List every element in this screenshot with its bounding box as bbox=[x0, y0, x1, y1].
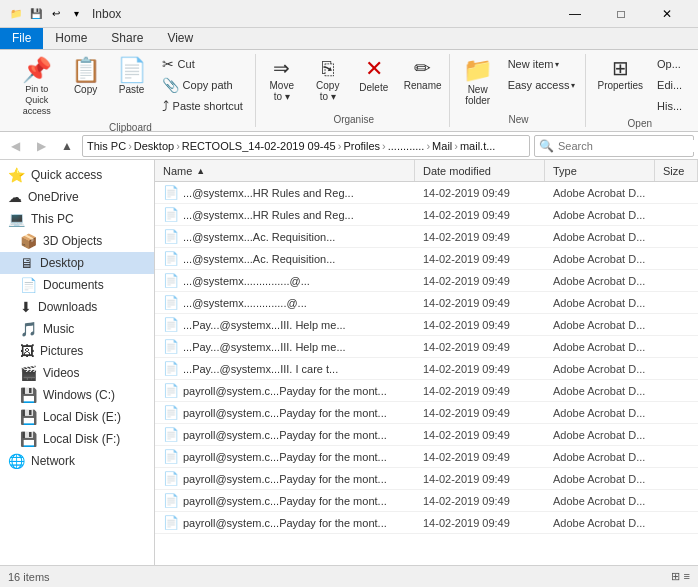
paste-shortcut-button[interactable]: ⤴ Paste shortcut bbox=[156, 96, 249, 116]
sidebar-item-local-disk-f[interactable]: 💾 Local Disk (F:) bbox=[0, 428, 154, 450]
table-row[interactable]: 📄 payroll@system.c...Payday for the mont… bbox=[155, 424, 698, 446]
sidebar-item-quick-access[interactable]: ⭐ Quick access bbox=[0, 164, 154, 186]
view-icons-btn[interactable]: ⊞ bbox=[671, 570, 680, 583]
search-input[interactable] bbox=[558, 140, 696, 152]
file-cell-type: Adobe Acrobat D... bbox=[545, 451, 655, 463]
delete-button[interactable]: ✕ Delete bbox=[352, 54, 396, 97]
copy-to-button[interactable]: ⎘ Copyto ▾ bbox=[306, 54, 350, 106]
ribbon-group-new: 📁 Newfolder New item ▾ Easy access ▾ New bbox=[452, 54, 585, 127]
sidebar-item-3d-objects[interactable]: 📦 3D Objects bbox=[0, 230, 154, 252]
close-button[interactable]: ✕ bbox=[644, 0, 690, 28]
table-row[interactable]: 📄 ...@systemx...Ac. Requisition... 14-02… bbox=[155, 248, 698, 270]
copy-button[interactable]: 📋 Copy bbox=[64, 54, 108, 99]
table-row[interactable]: 📄 ...@systemx...HR Rules and Reg... 14-0… bbox=[155, 204, 698, 226]
file-cell-date: 14-02-2019 09:49 bbox=[415, 429, 545, 441]
column-header-size[interactable]: Size bbox=[655, 160, 698, 181]
table-row[interactable]: 📄 payroll@system.c...Payday for the mont… bbox=[155, 380, 698, 402]
file-cell-date: 14-02-2019 09:49 bbox=[415, 231, 545, 243]
up-button[interactable]: ▲ bbox=[56, 135, 78, 157]
undo-icon[interactable]: ↩ bbox=[48, 6, 64, 22]
sidebar-item-onedrive[interactable]: ☁ OneDrive bbox=[0, 186, 154, 208]
table-row[interactable]: 📄 payroll@system.c...Payday for the mont… bbox=[155, 402, 698, 424]
table-row[interactable]: 📄 payroll@system.c...Payday for the mont… bbox=[155, 468, 698, 490]
paste-button[interactable]: 📄 Paste bbox=[110, 54, 154, 99]
forward-button[interactable]: ▶ bbox=[30, 135, 52, 157]
cut-button[interactable]: ✂ Cut bbox=[156, 54, 249, 74]
file-type-icon: 📄 bbox=[163, 361, 179, 376]
file-cell-date: 14-02-2019 09:49 bbox=[415, 363, 545, 375]
folder-icon: 📁 bbox=[8, 6, 24, 22]
tab-view[interactable]: View bbox=[155, 28, 205, 49]
ribbon-group-clipboard: 📌 Pin to Quickaccess 📋 Copy 📄 Paste ✂ Cu… bbox=[6, 54, 256, 127]
sidebar-label-music: Music bbox=[43, 322, 74, 336]
file-list: Name ▲ Date modified Type Size 📄 ...@sys… bbox=[155, 160, 698, 565]
pin-quick-access-button[interactable]: 📌 Pin to Quickaccess bbox=[12, 54, 62, 120]
rename-icon: ✏ bbox=[414, 58, 431, 78]
paste-icon: 📄 bbox=[117, 58, 147, 82]
tab-home[interactable]: Home bbox=[43, 28, 99, 49]
new-item-button[interactable]: New item ▾ bbox=[502, 54, 582, 74]
table-row[interactable]: 📄 ...Pay...@systemx...III. Help me... 14… bbox=[155, 336, 698, 358]
table-row[interactable]: 📄 ...@systemx...Ac. Requisition... 14-02… bbox=[155, 226, 698, 248]
file-cell-date: 14-02-2019 09:49 bbox=[415, 341, 545, 353]
properties-button[interactable]: ⊞ Properties bbox=[591, 54, 649, 95]
sidebar-label-windows-c: Windows (C:) bbox=[43, 388, 115, 402]
down-arrow-icon[interactable]: ▾ bbox=[68, 6, 84, 22]
file-type-icon: 📄 bbox=[163, 471, 179, 486]
edit-button[interactable]: Edi... bbox=[651, 75, 688, 95]
sidebar-item-pictures[interactable]: 🖼 Pictures bbox=[0, 340, 154, 362]
sidebar-item-local-disk-e[interactable]: 💾 Local Disk (E:) bbox=[0, 406, 154, 428]
table-row[interactable]: 📄 ...@systemx..............@... 14-02-20… bbox=[155, 292, 698, 314]
file-name: ...@systemx..............@... bbox=[183, 297, 307, 309]
save-icon[interactable]: 💾 bbox=[28, 6, 44, 22]
copy-path-button[interactable]: 📎 Copy path bbox=[156, 75, 249, 95]
maximize-button[interactable]: □ bbox=[598, 0, 644, 28]
sidebar-label-local-disk-f: Local Disk (F:) bbox=[43, 432, 120, 446]
table-row[interactable]: 📄 ...@systemx...HR Rules and Reg... 14-0… bbox=[155, 182, 698, 204]
path-segment-3: Profiles bbox=[343, 140, 380, 152]
ribbon-tabs: File Home Share View bbox=[0, 28, 698, 50]
sidebar-item-videos[interactable]: 🎬 Videos bbox=[0, 362, 154, 384]
column-header-type[interactable]: Type bbox=[545, 160, 655, 181]
path-sep-1: › bbox=[176, 140, 180, 152]
sidebar-item-desktop[interactable]: 🖥 Desktop bbox=[0, 252, 154, 274]
sidebar-item-network[interactable]: 🌐 Network bbox=[0, 450, 154, 472]
file-cell-date: 14-02-2019 09:49 bbox=[415, 385, 545, 397]
file-name: payroll@system.c...Payday for the mont..… bbox=[183, 429, 387, 441]
table-row[interactable]: 📄 payroll@system.c...Payday for the mont… bbox=[155, 512, 698, 534]
minimize-button[interactable]: — bbox=[552, 0, 598, 28]
file-cell-date: 14-02-2019 09:49 bbox=[415, 253, 545, 265]
path-sep-5: › bbox=[454, 140, 458, 152]
new-folder-button[interactable]: 📁 Newfolder bbox=[456, 54, 500, 110]
address-path[interactable]: This PC › Desktop › RECTOOLS_14-02-2019 … bbox=[82, 135, 530, 157]
rename-button[interactable]: ✏ Rename bbox=[398, 54, 448, 95]
sidebar-item-windows-c[interactable]: 💾 Windows (C:) bbox=[0, 384, 154, 406]
table-row[interactable]: 📄 payroll@system.c...Payday for the mont… bbox=[155, 446, 698, 468]
table-row[interactable]: 📄 ...@systemx...............@... 14-02-2… bbox=[155, 270, 698, 292]
column-header-name[interactable]: Name ▲ bbox=[155, 160, 415, 181]
file-name: payroll@system.c...Payday for the mont..… bbox=[183, 385, 387, 397]
sidebar-item-this-pc[interactable]: 💻 This PC bbox=[0, 208, 154, 230]
file-cell-type: Adobe Acrobat D... bbox=[545, 473, 655, 485]
tab-file[interactable]: File bbox=[0, 28, 43, 49]
file-type-icon: 📄 bbox=[163, 229, 179, 244]
table-row[interactable]: 📄 ...Pay...@systemx...III. Help me... 14… bbox=[155, 314, 698, 336]
properties-icon: ⊞ bbox=[612, 58, 629, 78]
sidebar-item-music[interactable]: 🎵 Music bbox=[0, 318, 154, 340]
sidebar-item-downloads[interactable]: ⬇ Downloads bbox=[0, 296, 154, 318]
column-header-date[interactable]: Date modified bbox=[415, 160, 545, 181]
history-button[interactable]: His... bbox=[651, 96, 688, 116]
table-row[interactable]: 📄 ...Pay...@systemx...III. I care t... 1… bbox=[155, 358, 698, 380]
open-button[interactable]: Op... bbox=[651, 54, 688, 74]
file-cell-type: Adobe Acrobat D... bbox=[545, 209, 655, 221]
back-button[interactable]: ◀ bbox=[4, 135, 26, 157]
move-to-button[interactable]: ⇒ Moveto ▾ bbox=[260, 54, 304, 106]
search-box[interactable]: 🔍 bbox=[534, 135, 694, 157]
downloads-icon: ⬇ bbox=[20, 299, 32, 315]
path-segment-6: mail.t... bbox=[460, 140, 495, 152]
easy-access-button[interactable]: Easy access ▾ bbox=[502, 75, 582, 95]
sidebar-item-documents[interactable]: 📄 Documents bbox=[0, 274, 154, 296]
tab-share[interactable]: Share bbox=[99, 28, 155, 49]
view-list-btn[interactable]: ≡ bbox=[684, 570, 690, 583]
table-row[interactable]: 📄 payroll@system.c...Payday for the mont… bbox=[155, 490, 698, 512]
